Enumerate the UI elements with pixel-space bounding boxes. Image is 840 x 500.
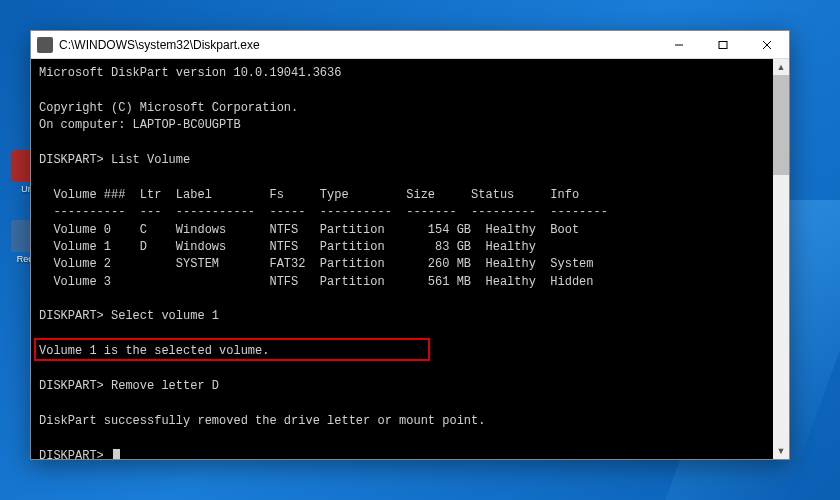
cursor [113, 449, 120, 459]
cmd-icon [37, 37, 53, 53]
scroll-thumb[interactable] [773, 75, 789, 175]
scroll-down-button[interactable]: ▼ [773, 443, 789, 459]
titlebar[interactable]: C:\WINDOWS\system32\Diskpart.exe [31, 31, 789, 59]
svg-rect-1 [719, 41, 727, 48]
window-title: C:\WINDOWS\system32\Diskpart.exe [59, 38, 657, 52]
minimize-button[interactable] [657, 31, 701, 59]
terminal-output[interactable]: Microsoft DiskPart version 10.0.19041.36… [31, 59, 789, 459]
close-button[interactable] [745, 31, 789, 59]
scroll-up-button[interactable]: ▲ [773, 59, 789, 75]
maximize-button[interactable] [701, 31, 745, 59]
diskpart-window: C:\WINDOWS\system32\Diskpart.exe Microso… [30, 30, 790, 460]
scrollbar-vertical[interactable]: ▲ ▼ [773, 59, 789, 459]
